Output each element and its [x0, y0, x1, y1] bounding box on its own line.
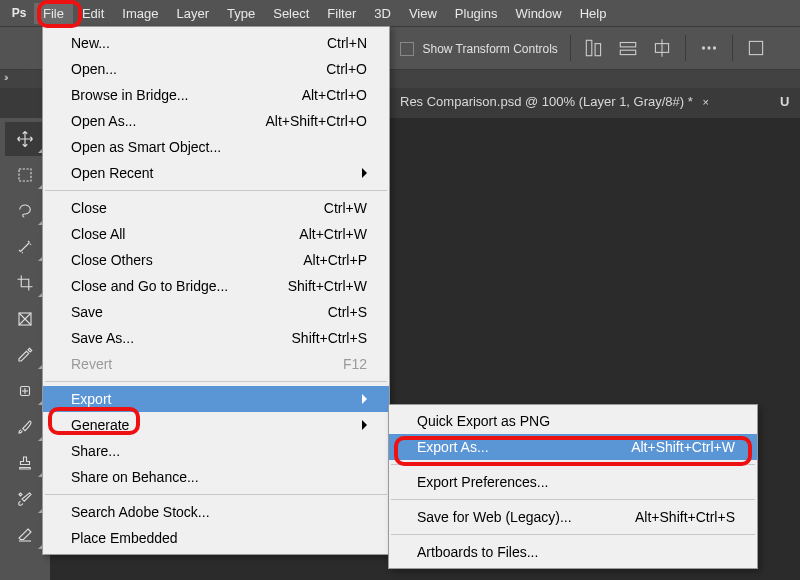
menu-help[interactable]: Help — [571, 3, 616, 24]
menu-item-shortcut: Ctrl+S — [328, 302, 367, 322]
history-brush-tool[interactable] — [5, 482, 45, 516]
file-menu-item[interactable]: Close AllAlt+Ctrl+W — [43, 221, 389, 247]
document-tab-next-partial[interactable]: U — [780, 94, 789, 109]
svg-rect-10 — [19, 169, 31, 181]
export-submenu-item[interactable]: Export Preferences... — [389, 469, 757, 495]
file-menu-item[interactable]: Browse in Bridge...Alt+Ctrl+O — [43, 82, 389, 108]
healing-tool[interactable] — [5, 374, 45, 408]
close-tab-icon[interactable]: × — [702, 96, 708, 108]
file-menu-item[interactable]: Save As...Shift+Ctrl+S — [43, 325, 389, 351]
menu-item-shortcut: Ctrl+O — [326, 59, 367, 79]
menu-layer[interactable]: Layer — [168, 3, 219, 24]
file-menu-item[interactable]: RevertF12 — [43, 351, 389, 377]
menu-item-label: Quick Export as PNG — [417, 411, 550, 431]
export-submenu: Quick Export as PNGExport As...Alt+Shift… — [388, 404, 758, 569]
menu-separator — [45, 381, 387, 382]
3d-mode-icon[interactable] — [745, 37, 767, 59]
menu-view[interactable]: View — [400, 3, 446, 24]
menu-separator — [391, 534, 755, 535]
menu-filter[interactable]: Filter — [318, 3, 365, 24]
separator — [570, 35, 571, 61]
menu-image[interactable]: Image — [113, 3, 167, 24]
menu-item-label: Search Adobe Stock... — [71, 502, 210, 522]
file-menu-item[interactable]: Open...Ctrl+O — [43, 56, 389, 82]
move-tool[interactable] — [5, 122, 45, 156]
file-menu-item[interactable]: Generate — [43, 412, 389, 438]
frame-tool[interactable] — [5, 302, 45, 336]
menu-file[interactable]: File — [34, 3, 73, 24]
menu-item-shortcut: Shift+Ctrl+W — [288, 276, 367, 296]
align-icon-1[interactable] — [583, 37, 605, 59]
menu-item-shortcut: Alt+Shift+Ctrl+S — [635, 507, 735, 527]
menu-type[interactable]: Type — [218, 3, 264, 24]
menu-item-label: Close — [71, 198, 107, 218]
file-menu-item[interactable]: Close and Go to Bridge...Shift+Ctrl+W — [43, 273, 389, 299]
chevron-right-icon: ›› — [4, 72, 7, 83]
menu-select[interactable]: Select — [264, 3, 318, 24]
menu-plugins[interactable]: Plugins — [446, 3, 507, 24]
menu-item-label: Browse in Bridge... — [71, 85, 189, 105]
menu-item-label: Generate — [71, 415, 129, 435]
file-menu-dropdown: New...Ctrl+NOpen...Ctrl+OBrowse in Bridg… — [42, 26, 390, 555]
brush-tool[interactable] — [5, 410, 45, 444]
file-menu-item[interactable]: Share... — [43, 438, 389, 464]
export-submenu-item[interactable]: Quick Export as PNG — [389, 408, 757, 434]
menu-item-label: Revert — [71, 354, 112, 374]
menu-3d[interactable]: 3D — [365, 3, 400, 24]
menu-edit[interactable]: Edit — [73, 3, 113, 24]
export-submenu-item[interactable]: Export As...Alt+Shift+Ctrl+W — [389, 434, 757, 460]
menu-separator — [391, 499, 755, 500]
menu-item-label: Place Embedded — [71, 528, 178, 548]
menu-item-label: Close All — [71, 224, 125, 244]
more-options-icon[interactable] — [698, 37, 720, 59]
menu-item-shortcut: F12 — [343, 354, 367, 374]
eyedropper-tool[interactable] — [5, 338, 45, 372]
eraser-tool[interactable] — [5, 518, 45, 552]
menu-item-label: Export Preferences... — [417, 472, 549, 492]
file-menu-item[interactable]: Share on Behance... — [43, 464, 389, 490]
file-menu-item[interactable]: Open As...Alt+Shift+Ctrl+O — [43, 108, 389, 134]
file-menu-item[interactable]: SaveCtrl+S — [43, 299, 389, 325]
file-menu-item[interactable]: Close OthersAlt+Ctrl+P — [43, 247, 389, 273]
file-menu-item[interactable]: CloseCtrl+W — [43, 195, 389, 221]
lasso-tool[interactable] — [5, 194, 45, 228]
menu-item-label: Open as Smart Object... — [71, 137, 221, 157]
menubar: Ps File Edit Image Layer Type Select Fil… — [0, 0, 800, 26]
menu-item-label: Save As... — [71, 328, 134, 348]
menu-separator — [391, 464, 755, 465]
svg-rect-1 — [595, 44, 601, 56]
menu-item-label: Export — [71, 389, 111, 409]
app-logo: Ps — [8, 3, 30, 23]
file-menu-item[interactable]: Export — [43, 386, 389, 412]
stamp-tool[interactable] — [5, 446, 45, 480]
file-menu-item[interactable]: Place Embedded — [43, 525, 389, 551]
align-icon-3[interactable] — [651, 37, 673, 59]
marquee-tool[interactable] — [5, 158, 45, 192]
show-transform-label: Show Transform Controls — [422, 42, 557, 56]
menu-item-shortcut: Alt+Ctrl+P — [303, 250, 367, 270]
wand-tool[interactable] — [5, 230, 45, 264]
menu-window[interactable]: Window — [506, 3, 570, 24]
menu-item-label: Artboards to Files... — [417, 542, 538, 562]
document-tab[interactable]: Res Comparison.psd @ 100% (Layer 1, Gray… — [388, 88, 721, 118]
menu-item-label: Close and Go to Bridge... — [71, 276, 228, 296]
menu-item-label: Open Recent — [71, 163, 154, 183]
file-menu-item[interactable]: Open Recent — [43, 160, 389, 186]
checkbox-icon[interactable] — [400, 42, 414, 56]
file-menu-item[interactable]: Open as Smart Object... — [43, 134, 389, 160]
menu-item-label: New... — [71, 33, 110, 53]
menu-item-label: Share... — [71, 441, 120, 461]
file-menu-item[interactable]: New...Ctrl+N — [43, 30, 389, 56]
file-menu-item[interactable]: Search Adobe Stock... — [43, 499, 389, 525]
submenu-arrow-icon — [362, 420, 367, 430]
menu-item-shortcut: Alt+Shift+Ctrl+W — [631, 437, 735, 457]
menu-item-label: Open As... — [71, 111, 136, 131]
export-submenu-item[interactable]: Artboards to Files... — [389, 539, 757, 565]
submenu-arrow-icon — [362, 168, 367, 178]
crop-tool[interactable] — [5, 266, 45, 300]
show-transform-controls[interactable]: Show Transform Controls — [400, 39, 558, 57]
export-submenu-item[interactable]: Save for Web (Legacy)...Alt+Shift+Ctrl+S — [389, 504, 757, 530]
align-icon-2[interactable] — [617, 37, 639, 59]
menu-item-shortcut: Ctrl+W — [324, 198, 367, 218]
menu-separator — [45, 494, 387, 495]
